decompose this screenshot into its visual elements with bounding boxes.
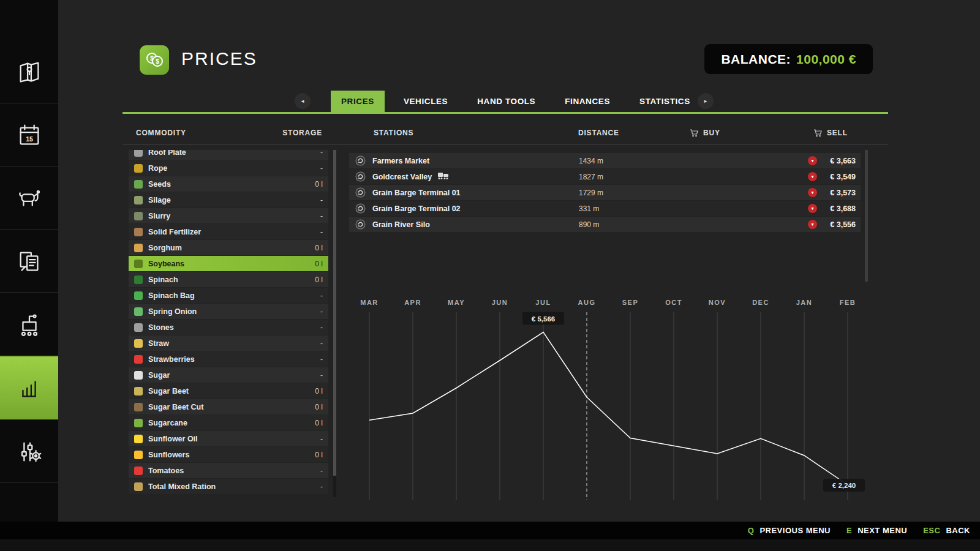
commodity-row[interactable]: Sunflowers0 l — [129, 447, 328, 462]
sell-point-icon — [355, 203, 366, 214]
latest-price-label: € 2,240 — [823, 479, 865, 492]
commodity-name: Seeds — [148, 180, 309, 189]
key-esc: ESC — [923, 526, 940, 535]
month-label: JUN — [492, 299, 508, 306]
station-name: Goldcrest Valley — [372, 172, 450, 181]
commodity-name: Stones — [148, 323, 315, 332]
commodity-row[interactable]: Sorghum0 l — [129, 240, 328, 255]
commodity-row[interactable]: Sugarcane0 l — [129, 415, 328, 430]
month-label: SEP — [622, 299, 639, 306]
commodity-scrollbar[interactable] — [333, 150, 336, 497]
commodity-name: Sunflowers — [148, 451, 309, 459]
station-distance: 1434 m — [579, 157, 603, 165]
key-q: Q — [748, 526, 755, 535]
prices-app-icon: $ $ — [140, 45, 169, 75]
tabs-next-button[interactable]: ► — [698, 93, 714, 109]
station-row[interactable]: Farmers Market1434 m▼€ 3,663 — [349, 153, 861, 168]
commodity-storage-value: - — [320, 482, 323, 491]
station-row[interactable]: Goldcrest Valley1827 m▼€ 3,549 — [349, 169, 861, 184]
price-trend-down-icon: ▼ — [808, 220, 817, 229]
svg-text:€ 2,240: € 2,240 — [832, 482, 856, 489]
commodity-storage-value: - — [320, 196, 323, 204]
commodity-row[interactable]: Tomatoes- — [129, 463, 328, 478]
stations-list: Farmers Market1434 m▼€ 3,663Goldcrest Va… — [349, 153, 861, 233]
tab-hand-tools[interactable]: HAND TOOLS — [467, 91, 546, 112]
commodity-row[interactable]: Stones- — [129, 320, 328, 335]
commodity-storage-value: - — [320, 371, 323, 380]
commodity-storage-value: - — [320, 212, 323, 220]
commodity-storage-value: 0 l — [315, 244, 323, 252]
commodity-row[interactable]: Sunflower Oil- — [129, 431, 328, 446]
peak-price-label: € 5,566 — [522, 312, 564, 325]
commodity-row[interactable]: Soybeans0 l — [129, 256, 328, 271]
commodity-row[interactable]: Total Mixed Ration- — [129, 479, 328, 494]
commodity-row[interactable]: Sugar Beet0 l — [129, 383, 328, 399]
tab-prices[interactable]: PRICES — [331, 91, 385, 112]
commodity-name: Soybeans — [148, 260, 309, 268]
commodity-storage-value: - — [320, 291, 323, 300]
station-row[interactable]: Grain Barge Terminal 02331 m▼€ 3,688 — [349, 201, 861, 216]
commodity-name: Straw — [148, 339, 315, 348]
commodity-name: Silage — [148, 196, 315, 204]
hint-back[interactable]: ESC BACK — [923, 526, 970, 535]
commodity-name: Spinach Bag — [148, 291, 315, 300]
silage-icon — [134, 196, 143, 204]
commodity-row[interactable]: Sugar- — [129, 367, 328, 383]
train-icon — [437, 172, 450, 179]
station-sell-cell: ▼€ 3,556 — [808, 220, 856, 229]
station-row[interactable]: Grain River Silo890 m▼€ 3,556 — [349, 217, 861, 232]
commodity-name: Tomatoes — [148, 467, 315, 475]
price-trend-down-icon: ▼ — [808, 188, 817, 197]
hint-next-menu[interactable]: E NEXT MENU — [846, 526, 907, 535]
stations-scrollbar[interactable] — [865, 150, 868, 282]
commodity-storage-value: - — [320, 228, 323, 236]
commodity-row[interactable]: Straw- — [129, 335, 328, 351]
sidebar-item-calendar[interactable]: 15 — [0, 104, 58, 167]
commodity-storage-value: - — [320, 307, 323, 316]
tab-vehicles[interactable]: VEHICLES — [393, 91, 458, 112]
commodity-row[interactable]: Solid Fertilizer- — [129, 224, 328, 239]
strawberries-icon — [134, 355, 143, 364]
sidebar-item-production[interactable] — [0, 293, 58, 356]
sell-point-icon — [355, 156, 366, 166]
total-mixed-ration-icon — [134, 482, 143, 491]
commodity-row[interactable]: Spinach0 l — [129, 272, 328, 287]
commodity-row[interactable]: Silage- — [129, 192, 328, 208]
sell-point-icon — [355, 187, 366, 198]
sidebar-item-animals[interactable] — [0, 167, 58, 230]
production-icon — [15, 310, 43, 339]
commodity-storage-value: 0 l — [315, 260, 323, 268]
sidebar-item-map[interactable] — [0, 41, 58, 103]
sidebar-item-settings[interactable] — [0, 421, 58, 483]
commodity-name: Total Mixed Ration — [148, 482, 315, 491]
tab-finances[interactable]: FINANCES — [554, 91, 620, 112]
commodity-row[interactable]: Slurry- — [129, 208, 328, 223]
commodity-row[interactable]: Roof Plate- — [129, 150, 328, 160]
chevron-right-icon: ► — [703, 99, 708, 104]
svg-text:15: 15 — [26, 135, 33, 142]
commodity-name: Spring Onion — [148, 307, 315, 316]
tabs-prev-button[interactable]: ◄ — [295, 93, 311, 109]
sidebar-item-contracts[interactable] — [0, 230, 58, 293]
hint-previous-menu[interactable]: Q PREVIOUS MENU — [748, 526, 831, 535]
commodity-storage-value: - — [320, 339, 323, 348]
month-label: FEB — [840, 299, 856, 306]
commodity-row[interactable]: Sugar Beet Cut0 l — [129, 399, 328, 414]
commodity-row[interactable]: Rope- — [129, 160, 328, 176]
commodity-row[interactable]: Seeds0 l — [129, 176, 328, 192]
commodity-row[interactable]: Spring Onion- — [129, 304, 328, 319]
column-header-commodity: COMMODITY — [136, 129, 186, 137]
sorghum-icon — [134, 244, 143, 252]
tab-statistics[interactable]: STATISTICS — [629, 91, 701, 112]
commodity-row[interactable]: Spinach Bag- — [129, 288, 328, 303]
station-sell-price: € 3,688 — [824, 204, 856, 213]
sidebar-item-statistics[interactable] — [0, 356, 58, 420]
commodity-scroll-thumb[interactable] — [333, 150, 336, 476]
commodity-row[interactable]: Strawberries- — [129, 351, 328, 367]
month-label: MAY — [448, 299, 465, 306]
station-distance: 1729 m — [579, 189, 603, 197]
station-distance: 1827 m — [579, 173, 603, 181]
spinach-icon — [134, 276, 143, 284]
station-row[interactable]: Grain Barge Terminal 011729 m▼€ 3,573 — [349, 185, 861, 200]
month-label: NOV — [709, 299, 726, 306]
